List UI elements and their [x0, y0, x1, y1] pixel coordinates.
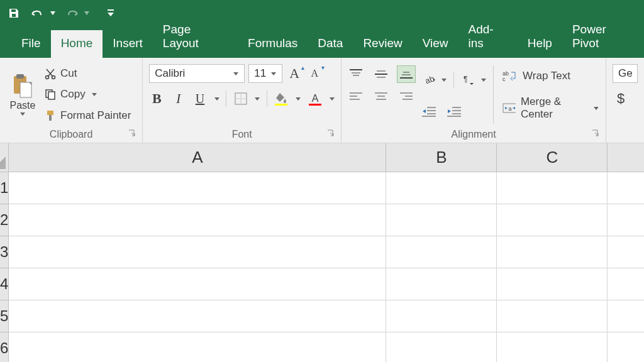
align-right-icon[interactable] — [397, 88, 416, 106]
copy-icon — [44, 88, 57, 101]
bold-button[interactable]: B — [149, 90, 164, 107]
font-color-button[interactable]: A — [308, 90, 323, 107]
cell[interactable] — [497, 172, 608, 204]
underline-button[interactable]: U — [192, 90, 208, 107]
undo-icon[interactable] — [29, 4, 47, 22]
cell[interactable] — [9, 268, 386, 300]
alignment-group-label: Alignment — [452, 129, 496, 140]
italic-button[interactable]: I — [171, 90, 186, 107]
tab-file[interactable]: File — [11, 30, 51, 58]
ribbon-tabs: File Home Insert Page Layout Formulas Da… — [0, 26, 644, 58]
tab-home[interactable]: Home — [51, 30, 103, 58]
orientation-button[interactable]: ab — [421, 72, 437, 88]
increase-font-icon[interactable]: A▴ — [286, 65, 303, 82]
svg-text:a: a — [509, 106, 512, 112]
cell[interactable] — [386, 268, 497, 300]
number-format-select[interactable]: Ge — [613, 64, 638, 83]
cell[interactable] — [9, 204, 386, 236]
copy-button[interactable]: Copy — [44, 87, 131, 102]
cell[interactable] — [497, 204, 608, 236]
format-painter-button[interactable]: Format Painter — [44, 108, 131, 123]
borders-button[interactable] — [233, 90, 248, 107]
tab-power-pivot[interactable]: Power Pivot — [562, 16, 644, 58]
cell[interactable] — [497, 236, 608, 268]
cell[interactable] — [608, 300, 644, 332]
ltr-dropdown[interactable] — [480, 79, 487, 82]
font-color-dropdown[interactable] — [329, 97, 335, 101]
tab-review[interactable]: Review — [353, 30, 412, 58]
cell[interactable] — [497, 300, 608, 332]
cell[interactable] — [386, 332, 497, 362]
tab-view[interactable]: View — [413, 30, 458, 58]
svg-rect-2 — [16, 74, 24, 79]
font-launcher-icon[interactable] — [327, 129, 336, 138]
cell[interactable] — [608, 268, 644, 300]
increase-indent-icon[interactable] — [446, 104, 462, 120]
cell[interactable] — [386, 300, 497, 332]
align-center-icon[interactable] — [372, 88, 391, 106]
cell[interactable] — [9, 300, 386, 332]
undo-dropdown-icon[interactable] — [49, 4, 57, 22]
column-header[interactable]: D — [608, 143, 644, 172]
cell[interactable] — [497, 332, 608, 362]
column-header[interactable]: B — [386, 143, 497, 172]
align-left-icon[interactable] — [347, 88, 365, 106]
redo-icon — [63, 4, 80, 22]
row-header[interactable]: 6 — [0, 332, 9, 362]
borders-dropdown[interactable] — [255, 97, 260, 101]
wrap-text-button[interactable]: abc Wrap Text — [500, 68, 601, 84]
cell[interactable] — [9, 332, 386, 362]
select-all-corner[interactable] — [0, 143, 9, 172]
font-name-select[interactable]: Calibri — [149, 64, 245, 83]
align-middle-icon[interactable] — [372, 65, 391, 83]
group-clipboard: Paste Cut Copy Format Painter Cli — [0, 58, 143, 143]
align-top-icon[interactable] — [347, 65, 365, 83]
tab-data[interactable]: Data — [308, 30, 353, 58]
fill-color-dropdown[interactable] — [295, 97, 301, 101]
clipboard-launcher-icon[interactable] — [128, 129, 137, 138]
cut-button[interactable]: Cut — [44, 66, 131, 81]
cell[interactable] — [608, 204, 644, 236]
tab-help[interactable]: Help — [518, 30, 562, 58]
cell[interactable] — [608, 172, 644, 204]
fill-color-button[interactable] — [274, 90, 289, 107]
svg-rect-9 — [49, 115, 52, 121]
currency-button[interactable]: $ — [613, 90, 629, 107]
svg-rect-7 — [48, 92, 55, 99]
svg-rect-15 — [309, 104, 321, 106]
cell[interactable] — [608, 236, 644, 268]
cell[interactable] — [9, 236, 386, 268]
cell[interactable] — [386, 204, 497, 236]
save-icon[interactable] — [5, 4, 23, 22]
cell[interactable] — [9, 172, 386, 204]
wrap-text-icon: abc — [502, 70, 518, 82]
cell[interactable] — [386, 236, 497, 268]
decrease-font-icon[interactable]: A▾ — [306, 65, 323, 82]
tab-insert[interactable]: Insert — [103, 30, 153, 58]
title-bar — [0, 0, 644, 26]
orientation-dropdown[interactable] — [441, 79, 447, 82]
tab-addins[interactable]: Add-ins — [458, 16, 518, 58]
row-header[interactable]: 3 — [0, 236, 9, 268]
decrease-indent-icon[interactable] — [421, 104, 437, 120]
svg-point-4 — [46, 75, 49, 79]
merge-center-button[interactable]: a Merge & Center — [500, 94, 601, 123]
font-size-select[interactable]: 11 — [248, 64, 282, 83]
row-header[interactable]: 5 — [0, 300, 9, 332]
column-header[interactable]: C — [497, 143, 608, 172]
qat-customize-icon[interactable] — [102, 4, 119, 22]
alignment-launcher-icon[interactable] — [592, 129, 601, 138]
row-header[interactable]: 1 — [0, 172, 9, 204]
ltr-button[interactable]: ¶ — [460, 72, 477, 88]
column-header[interactable]: A — [9, 143, 386, 172]
tab-formulas[interactable]: Formulas — [238, 30, 308, 58]
cell[interactable] — [497, 268, 608, 300]
paste-button[interactable]: Paste — [5, 62, 40, 128]
row-header[interactable]: 4 — [0, 268, 9, 300]
row-header[interactable]: 2 — [0, 204, 9, 236]
cell[interactable] — [386, 172, 497, 204]
cell[interactable] — [608, 332, 644, 362]
tab-page-layout[interactable]: Page Layout — [153, 16, 238, 58]
align-bottom-icon[interactable] — [397, 65, 416, 83]
underline-dropdown[interactable] — [214, 97, 219, 101]
